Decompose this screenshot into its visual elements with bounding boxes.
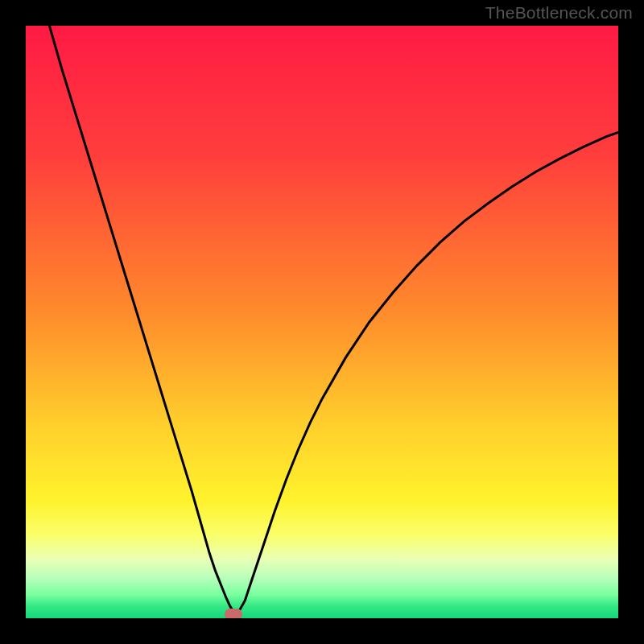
chart-frame: TheBottleneck.com (0, 0, 644, 644)
bottleneck-curve (26, 26, 618, 618)
attribution-watermark: TheBottleneck.com (485, 3, 633, 23)
plot-area (26, 26, 618, 618)
optimum-marker (225, 609, 242, 618)
